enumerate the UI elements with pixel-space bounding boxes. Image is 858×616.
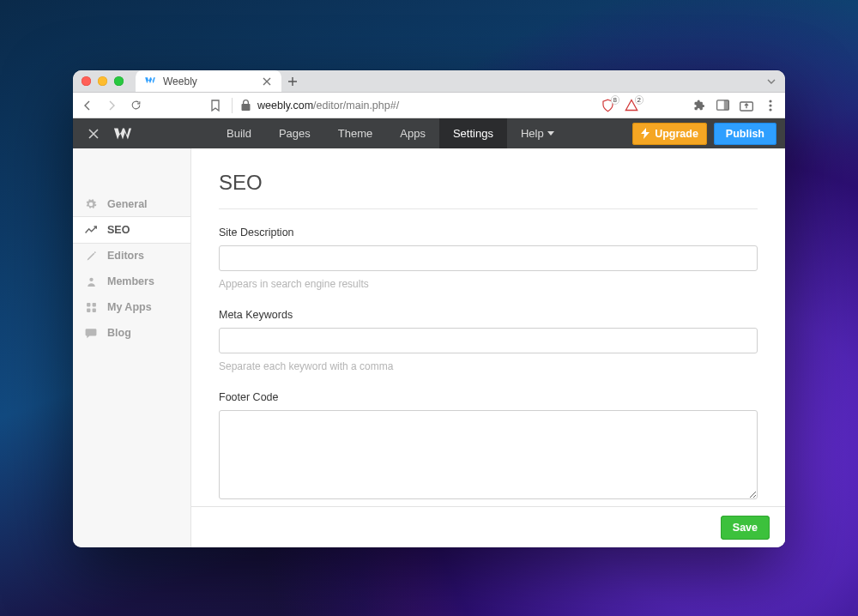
new-tab-button[interactable] xyxy=(281,70,304,93)
svg-point-4 xyxy=(769,104,771,106)
sidebar-label: Members xyxy=(107,275,154,287)
field-meta-keywords: Meta Keywords Separate each keyword with… xyxy=(219,309,758,372)
settings-sidebar: General SEO Editors Members xyxy=(73,148,191,547)
warning-extension-icon[interactable]: 2 xyxy=(624,98,639,113)
label-footer-code: Footer Code xyxy=(219,391,758,403)
sidebar-item-members[interactable]: Members xyxy=(73,269,190,294)
window-zoom-button[interactable] xyxy=(114,76,124,86)
workspace: General SEO Editors Members xyxy=(73,148,785,547)
sidebar-label: Blog xyxy=(107,327,131,339)
upgrade-button[interactable]: Upgrade xyxy=(632,123,707,145)
titlebar: Weebly xyxy=(73,70,785,93)
lock-icon xyxy=(241,100,251,111)
bolt-icon xyxy=(641,128,650,139)
svg-rect-7 xyxy=(87,303,90,306)
app-header: Build Pages Theme Apps Settings Help Upg… xyxy=(73,118,785,148)
hint-site-description: Appears in search engine results xyxy=(219,278,758,290)
trend-icon xyxy=(85,224,97,236)
sidebar-item-editors[interactable]: Editors xyxy=(73,243,190,269)
url-host: weebly.com xyxy=(257,100,313,112)
nav-apps[interactable]: Apps xyxy=(386,118,439,148)
person-icon xyxy=(85,275,97,287)
nav-reload-button[interactable] xyxy=(128,98,143,113)
address-bar[interactable]: weebly.com/editor/main.php#/ xyxy=(241,100,399,112)
label-site-description: Site Description xyxy=(219,226,758,239)
extension-icons: 8 2 xyxy=(600,98,639,113)
svg-rect-10 xyxy=(92,308,95,311)
sidebar-item-seo[interactable]: SEO xyxy=(73,217,190,243)
sidebar-item-general[interactable]: General xyxy=(73,191,190,217)
sidebar-item-myapps[interactable]: My Apps xyxy=(73,294,190,320)
publish-button[interactable]: Publish xyxy=(714,123,776,145)
app-close-icon[interactable] xyxy=(82,118,106,148)
shield-extension-icon[interactable]: 8 xyxy=(600,98,615,113)
tab-favicon xyxy=(144,75,156,88)
input-meta-keywords[interactable] xyxy=(219,328,758,353)
svg-point-3 xyxy=(769,100,771,102)
url-toolbar: weebly.com/editor/main.php#/ 8 2 xyxy=(73,93,785,118)
page-title: SEO xyxy=(219,171,758,209)
nav-theme[interactable]: Theme xyxy=(324,118,386,148)
sidebar-label: General xyxy=(107,198,148,210)
window-minimize-button[interactable] xyxy=(98,76,107,86)
update-icon[interactable] xyxy=(739,98,754,113)
tab-title: Weebly xyxy=(163,75,197,88)
input-site-description[interactable] xyxy=(219,245,758,271)
nav-pages[interactable]: Pages xyxy=(265,118,324,148)
field-footer-code: Footer Code ex. Google Analytics trackin… xyxy=(219,391,758,522)
gear-icon xyxy=(85,198,97,210)
sidebar-label: My Apps xyxy=(107,301,152,313)
svg-rect-1 xyxy=(723,100,728,110)
tab-overflow-icon[interactable] xyxy=(766,76,785,87)
shield-badge-count: 8 xyxy=(611,95,619,105)
browser-window: Weebly xyxy=(73,70,785,547)
pencil-icon xyxy=(85,250,97,262)
sidebar-label: SEO xyxy=(107,224,130,236)
chevron-down-icon xyxy=(547,131,554,136)
warning-badge-count: 2 xyxy=(635,95,644,105)
hint-meta-keywords: Separate each keyword with a comma xyxy=(219,360,758,372)
nav-settings[interactable]: Settings xyxy=(439,118,507,148)
window-controls xyxy=(82,76,124,86)
svg-point-5 xyxy=(769,108,771,111)
grid-icon xyxy=(85,301,97,313)
browser-tab[interactable]: Weebly xyxy=(136,70,281,93)
footer-bar: Save xyxy=(191,506,785,547)
nav-back-button[interactable] xyxy=(80,98,95,113)
panel-icon[interactable] xyxy=(715,98,730,113)
textarea-footer-code[interactable] xyxy=(219,410,758,499)
sidebar-label: Editors xyxy=(107,250,144,262)
field-site-description: Site Description Appears in search engin… xyxy=(219,226,758,290)
settings-main: SEO Site Description Appears in search e… xyxy=(191,148,785,547)
weebly-logo-icon[interactable] xyxy=(106,126,140,142)
save-button[interactable]: Save xyxy=(721,516,770,540)
nav-build[interactable]: Build xyxy=(213,118,265,148)
label-meta-keywords: Meta Keywords xyxy=(219,309,758,321)
extensions-puzzle-icon[interactable] xyxy=(691,98,706,113)
tab-close-icon[interactable] xyxy=(261,75,273,88)
url-path: /editor/main.php#/ xyxy=(313,100,399,112)
svg-rect-8 xyxy=(92,303,95,306)
sidebar-item-blog[interactable]: Blog xyxy=(73,320,190,346)
nav-help[interactable]: Help xyxy=(507,118,568,148)
nav-forward-button[interactable] xyxy=(104,98,119,113)
svg-rect-9 xyxy=(87,308,90,311)
svg-point-6 xyxy=(89,277,93,281)
app-nav: Build Pages Theme Apps Settings Help xyxy=(213,118,568,148)
chat-icon xyxy=(85,327,97,339)
toolbar-divider xyxy=(232,98,233,113)
window-close-button[interactable] xyxy=(82,76,91,86)
bookmark-icon[interactable] xyxy=(208,98,223,113)
browser-menu-icon[interactable] xyxy=(763,98,778,113)
